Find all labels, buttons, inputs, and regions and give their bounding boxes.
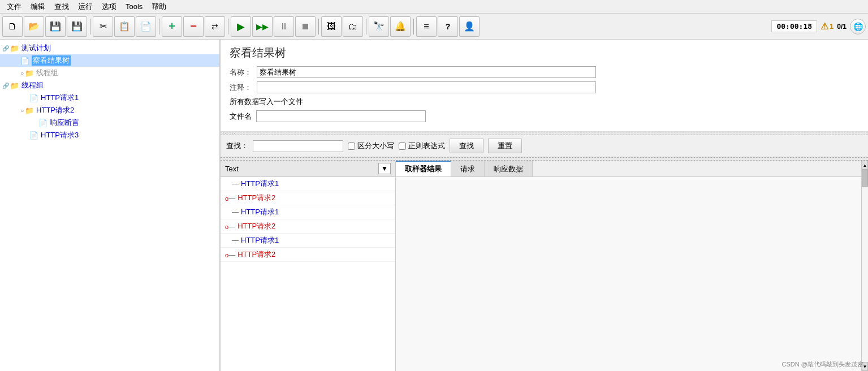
item-icon-1: o— (225, 194, 237, 202)
tree-list-header-label: Text (225, 165, 378, 173)
duplicate-button[interactable]: ⇄ (205, 16, 225, 37)
file-icon-viewresult: 📄 (20, 57, 29, 65)
vrt-comment-input[interactable] (257, 81, 596, 93)
list-button[interactable]: ≡ (416, 16, 437, 37)
pause-button[interactable]: ⏸ (274, 16, 294, 37)
help-button[interactable]: ? (438, 16, 458, 37)
list-item-4[interactable]: — HTTP请求1 (221, 234, 395, 248)
menu-edit[interactable]: 编辑 (26, 1, 50, 13)
list-item-2[interactable]: — HTTP请求1 (221, 205, 395, 219)
case-sensitive-checkbox[interactable] (348, 143, 355, 150)
reset-button[interactable]: 重置 (488, 139, 522, 153)
menu-tools[interactable]: Tools (121, 1, 147, 12)
clear-button[interactable]: 🖼 (321, 16, 342, 37)
item-label-0: HTTP请求1 (241, 179, 279, 189)
vrt-filename-input[interactable] (256, 110, 426, 122)
tree-label-testplan: 测试计划 (21, 43, 51, 53)
item-dash-0: — (232, 180, 239, 188)
menu-options[interactable]: 选项 (97, 1, 121, 13)
search-label: 查找： (226, 141, 248, 151)
list-item-5[interactable]: o— HTTP请求2 (221, 248, 395, 262)
main-layout: 🔗 📁 测试计划 📄 察看结果树 ○ 📁 线程组 🔗 📁 线 (0, 40, 868, 371)
menu-help[interactable]: 帮助 (147, 1, 171, 13)
tree-label-tg2: 线程组 (21, 80, 44, 90)
find-button[interactable]: 查找 (450, 139, 483, 153)
copy-button[interactable]: 📋 (114, 16, 135, 37)
search-toolbar-button[interactable]: 🔭 (369, 16, 389, 37)
scrollbar-thumb[interactable] (862, 170, 868, 187)
menu-file[interactable]: 文件 (2, 1, 26, 13)
tree-item-http2[interactable]: ○ 📁 HTTP请求2 (0, 104, 219, 117)
add-button[interactable]: + (162, 16, 182, 37)
item-dash-4: — (232, 236, 239, 244)
vrt-name-input[interactable] (257, 66, 596, 78)
vrt-file-section-label: 所有数据写入一个文件 (230, 97, 303, 107)
timer-display: 00:00:18 (771, 20, 817, 32)
tree-list-panel: Text ▼ — HTTP请求1 o— HTTP请求2 — HTTP请求1 (221, 161, 396, 371)
open-button[interactable]: 📂 (24, 16, 44, 37)
results-tabs: 取样器结果 请求 响应数据 (396, 161, 861, 177)
item-dash-1: — (228, 195, 235, 202)
results-content (396, 177, 861, 371)
paste-button[interactable]: 📄 (136, 16, 156, 37)
menu-run[interactable]: 运行 (74, 1, 97, 13)
tree-label-http3: HTTP请求3 (41, 130, 79, 140)
item-dash-5: — (228, 251, 235, 259)
tab-sampler-result[interactable]: 取样器结果 (396, 161, 451, 176)
vrt-name-field: 名称： (230, 66, 859, 78)
tree-item-thread-group-1[interactable]: ○ 📁 线程组 (0, 67, 219, 79)
tree-label-tg1: 线程组 (36, 68, 58, 78)
globe-button[interactable]: 🌐 (850, 19, 866, 34)
save-button[interactable]: 💾 (45, 16, 66, 37)
list-item-1[interactable]: o— HTTP请求2 (221, 191, 395, 205)
file-icon-assert: 📄 (38, 119, 47, 127)
cut-button[interactable]: ✂ (93, 16, 113, 37)
tree-item-assert[interactable]: 📄 响应断言 (0, 117, 219, 129)
regex-checkbox[interactable] (399, 143, 406, 150)
case-sensitive-checkbox-label[interactable]: 区分大小写 (348, 141, 394, 151)
remove-button[interactable]: − (183, 16, 204, 37)
watermark: CSDN @敲代码敲到头发茂密 (782, 360, 863, 369)
search-input[interactable] (253, 140, 343, 152)
warning-badge: ⚠ 1 (821, 21, 834, 32)
new-button[interactable]: 🗋 (2, 16, 23, 37)
tab-request[interactable]: 请求 (451, 161, 485, 176)
folder-icon-tg2: 📁 (10, 81, 19, 90)
alert-button[interactable]: 🔔 (390, 16, 411, 37)
item-icon-3: o— (225, 222, 237, 231)
user-button[interactable]: 👤 (459, 16, 480, 37)
right-panel: 察看结果树 名称： 注释： 所有数据写入一个文件 文件名 ·· (221, 40, 868, 371)
page-indicator: 0/1 (837, 23, 847, 31)
pin-icon-tg1: ○ (20, 70, 24, 76)
list-item-3[interactable]: o— HTTP请求2 (221, 219, 395, 234)
scrollbar-up-btn[interactable]: ▲ (862, 161, 868, 170)
vrt-file-section-row: 所有数据写入一个文件 (230, 97, 859, 107)
menu-find[interactable]: 查找 (50, 1, 74, 13)
item-dash-2: — (232, 208, 239, 216)
bottom-panel: Text ▼ — HTTP请求1 o— HTTP请求2 — HTTP请求1 (221, 161, 868, 371)
tree-item-http1[interactable]: 📄 HTTP请求1 (0, 92, 219, 104)
stop-button[interactable]: ⏹ (295, 16, 316, 37)
saveas-button[interactable]: 💾 (67, 16, 87, 37)
pin-icon-http2: ○ (20, 107, 24, 114)
pin-icon-tg2: 🔗 (2, 83, 9, 89)
pin-icon-testplan: 🔗 (2, 45, 9, 51)
tab-response-data[interactable]: 响应数据 (485, 161, 533, 176)
list-item-0[interactable]: — HTTP请求1 (221, 177, 395, 191)
scrollbar-track (862, 170, 868, 362)
tree-item-http3[interactable]: 📄 HTTP请求3 (0, 129, 219, 141)
item-dash-3: — (228, 223, 235, 231)
tree-item-test-plan[interactable]: 🔗 📁 测试计划 (0, 42, 219, 54)
tree-list-dropdown[interactable]: ▼ (378, 163, 391, 174)
regex-label: 正则表达式 (408, 141, 445, 151)
regex-checkbox-label[interactable]: 正则表达式 (399, 141, 445, 151)
play-button[interactable]: ▶ (231, 16, 251, 37)
play-nopauses-button[interactable]: ▶▶ (252, 16, 273, 37)
clearall-button[interactable]: 🗂 (343, 16, 363, 37)
results-panel: 取样器结果 请求 响应数据 (396, 161, 861, 371)
item-icon-5: o— (225, 251, 237, 259)
tree-item-thread-group-2[interactable]: 🔗 📁 线程组 (0, 79, 219, 92)
tree-root: 🔗 📁 测试计划 📄 察看结果树 ○ 📁 线程组 🔗 📁 线 (0, 40, 219, 144)
item-label-2: HTTP请求1 (241, 207, 279, 217)
tree-item-view-result[interactable]: 📄 察看结果树 (0, 54, 219, 67)
